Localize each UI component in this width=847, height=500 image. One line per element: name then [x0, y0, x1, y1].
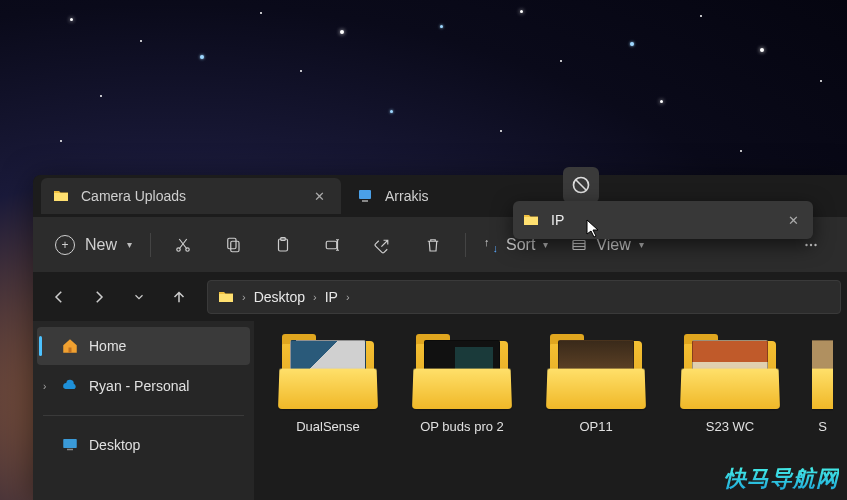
svg-rect-7: [231, 241, 239, 252]
svg-point-16: [814, 243, 816, 245]
sidebar: Home › Ryan - Personal Desktop: [33, 321, 254, 500]
chevron-down-icon: ▾: [127, 239, 132, 250]
separator: [43, 415, 244, 416]
chevron-down-icon: ▾: [543, 239, 548, 250]
tab-label: Camera Uploads: [81, 188, 186, 204]
share-button[interactable]: [361, 227, 405, 263]
svg-point-15: [810, 243, 812, 245]
new-button[interactable]: + New ▾: [47, 227, 140, 263]
back-button[interactable]: [41, 279, 77, 315]
desktop-icon: [61, 436, 79, 454]
folder-icon: [218, 289, 234, 305]
chevron-right-icon[interactable]: ›: [43, 381, 46, 392]
folder-label: OP11: [579, 419, 612, 434]
chevron-right-icon: ›: [346, 291, 350, 303]
tab-camera-uploads[interactable]: Camera Uploads ✕: [41, 178, 341, 214]
folder-thumbnail: [544, 339, 648, 411]
rename-button[interactable]: [311, 227, 355, 263]
svg-point-4: [177, 247, 180, 250]
chevron-right-icon: ›: [242, 291, 246, 303]
paste-button[interactable]: [261, 227, 305, 263]
svg-rect-19: [67, 449, 73, 451]
svg-point-5: [186, 247, 189, 250]
watermark: 快马导航网: [724, 464, 839, 494]
svg-rect-18: [63, 439, 77, 448]
file-explorer-window: Camera Uploads ✕ Arrakis ✕ IP: [33, 175, 847, 500]
folder-label: S23 WC: [706, 419, 754, 434]
sidebar-item-label: Home: [89, 338, 126, 354]
chevron-down-icon: ▾: [639, 239, 644, 250]
svg-line-3: [576, 180, 586, 190]
chevron-right-icon: ›: [313, 291, 317, 303]
folder-label: DualSense: [296, 419, 360, 434]
copy-button[interactable]: [211, 227, 255, 263]
close-icon[interactable]: ✕: [309, 186, 329, 206]
folder-thumbnail: [678, 339, 782, 411]
sort-icon: ↑↓: [484, 237, 498, 253]
sidebar-item-label: Desktop: [89, 437, 140, 453]
folder-icon: [523, 212, 539, 228]
svg-rect-6: [228, 238, 236, 249]
recent-locations-button[interactable]: [121, 279, 157, 315]
folder-label: S: [818, 419, 827, 434]
onedrive-icon: [61, 377, 79, 395]
new-button-label: New: [85, 236, 117, 254]
svg-point-14: [805, 243, 807, 245]
home-icon: [61, 337, 79, 355]
navigation-bar: › Desktop › IP ›: [33, 273, 847, 321]
svg-rect-1: [362, 200, 368, 202]
folder-op11[interactable]: OP11: [544, 339, 648, 500]
svg-rect-11: [573, 240, 585, 249]
address-bar[interactable]: › Desktop › IP ›: [207, 280, 841, 314]
cut-button[interactable]: [161, 227, 205, 263]
sidebar-item-label: Ryan - Personal: [89, 378, 189, 394]
svg-rect-17: [69, 348, 72, 353]
tab-bar: Camera Uploads ✕ Arrakis ✕ IP: [33, 175, 847, 217]
folder-thumbnail: [812, 339, 833, 411]
sidebar-item-ryan-personal[interactable]: › Ryan - Personal: [37, 367, 250, 405]
up-button[interactable]: [161, 279, 197, 315]
folder-label: OP buds pro 2: [420, 419, 504, 434]
delete-button[interactable]: [411, 227, 455, 263]
forward-button[interactable]: [81, 279, 117, 315]
breadcrumb-desktop[interactable]: Desktop: [254, 289, 305, 305]
folder-dualsense[interactable]: DualSense: [276, 339, 380, 500]
plus-icon: +: [55, 235, 75, 255]
svg-rect-0: [359, 190, 371, 199]
folder-thumbnail: [276, 339, 380, 411]
folder-op-buds-pro-2[interactable]: OP buds pro 2: [410, 339, 514, 500]
sidebar-item-desktop[interactable]: Desktop: [37, 426, 250, 464]
pc-icon: [357, 188, 373, 204]
dragged-tab-label: IP: [551, 212, 564, 228]
breadcrumb-ip[interactable]: IP: [325, 289, 338, 305]
svg-rect-10: [326, 241, 337, 249]
separator: [150, 233, 151, 257]
separator: [465, 233, 466, 257]
sidebar-item-home[interactable]: Home: [37, 327, 250, 365]
folder-icon: [53, 188, 69, 204]
folder-thumbnail: [410, 339, 514, 411]
tab-label: Arrakis: [385, 188, 429, 204]
dragged-tab-ip[interactable]: IP ✕: [513, 201, 813, 239]
no-drop-icon: [563, 167, 599, 203]
close-icon[interactable]: ✕: [783, 210, 803, 230]
